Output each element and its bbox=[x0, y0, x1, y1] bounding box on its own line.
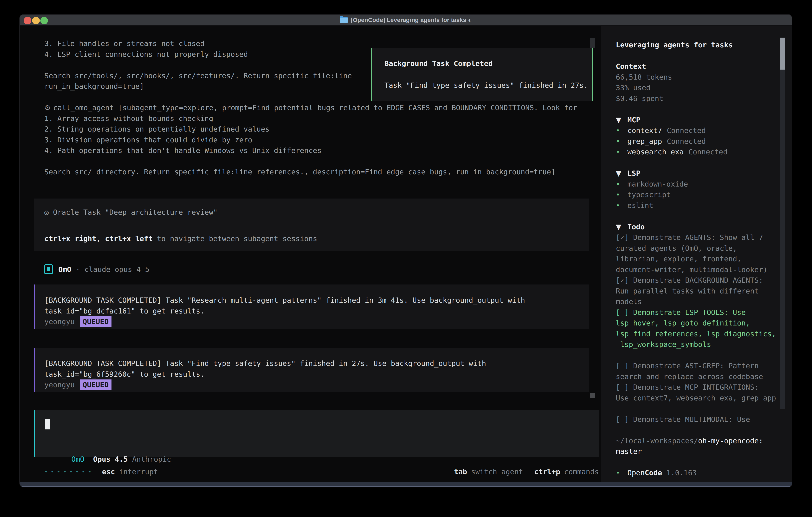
todo-done-line: [✓] Demonstrate AGENTS: Show all 7 bbox=[616, 232, 785, 243]
transcript-line: Search src/ directory. Return specific f… bbox=[45, 166, 577, 177]
title-bar[interactable]: [OpenCode] Leveraging agents for tasks ◐ bbox=[20, 15, 792, 26]
mcp-item: •context7Connected bbox=[616, 125, 785, 136]
oracle-task-box: ◎ Oracle Task "Deep architecture review"… bbox=[34, 198, 589, 251]
chevron-down-icon: ▼ bbox=[616, 114, 628, 125]
status-dot-icon: • bbox=[616, 125, 628, 136]
folder-icon bbox=[340, 17, 348, 23]
agent-name: OmO bbox=[58, 265, 71, 273]
blank-line bbox=[616, 403, 785, 414]
mcp-name: websearch_exa bbox=[628, 148, 684, 156]
main-scrollbar-thumb[interactable] bbox=[590, 38, 594, 48]
ctrlp-key-label: commands bbox=[564, 468, 599, 476]
agent-header: OmO · claude-opus-4-5 bbox=[45, 264, 149, 275]
todo-pending-line: search and replace across codebase bbox=[616, 371, 785, 382]
ctrlp-key-hint: ctrl+p bbox=[534, 468, 560, 476]
context-used: 33% used bbox=[616, 82, 785, 93]
todo-done-line: librarian, explore, frontend, bbox=[616, 253, 785, 264]
text-cursor bbox=[46, 419, 50, 430]
separator-dot: · bbox=[76, 265, 80, 273]
todo-active-line: lsp_find_references, lsp_diagnostics, bbox=[616, 328, 785, 339]
close-button[interactable] bbox=[24, 17, 31, 24]
blank-line bbox=[45, 156, 577, 167]
status-bar-right: tab switch agent ctrl+p commands bbox=[454, 468, 599, 476]
context-tokens: 66,518 tokens bbox=[616, 72, 785, 83]
app-name-bold: Code bbox=[645, 469, 662, 477]
app-version: 1.0.163 bbox=[662, 469, 697, 477]
mcp-name: grep_app bbox=[628, 137, 662, 145]
blank-line bbox=[616, 457, 785, 468]
tool-call-text: call_omo_agent [subagent_type=explore, p… bbox=[53, 104, 577, 112]
blank-line bbox=[616, 211, 785, 221]
activity-dots-icon: •••••••• bbox=[45, 468, 94, 475]
status-dot-icon: • bbox=[616, 467, 628, 478]
main-scrollbar-thumb[interactable] bbox=[590, 393, 594, 398]
zoom-button[interactable] bbox=[40, 17, 48, 24]
blank-line bbox=[616, 157, 785, 168]
lsp-heading: LSP bbox=[628, 169, 640, 177]
blank-line bbox=[616, 104, 785, 114]
workspace-branch: master bbox=[616, 446, 785, 457]
task-message-line: task_id="bg_6f59260c" to get results. bbox=[45, 369, 589, 380]
todo-active-line: lsp_workspace_symbols bbox=[616, 339, 785, 350]
chevron-down-icon: ▼ bbox=[616, 221, 628, 232]
status-badge: QUEUED bbox=[80, 379, 112, 390]
mcp-name: context7 bbox=[628, 126, 662, 135]
lsp-name: eslint bbox=[628, 201, 654, 210]
todo-active-line: [ ] Demonstrate LSP TOOLS: Use bbox=[616, 307, 785, 318]
model-provider: Anthropic bbox=[132, 455, 171, 463]
status-dot-icon: • bbox=[616, 136, 628, 147]
task-message-line: task_id="bg_dcfac161" to get results. bbox=[45, 306, 589, 317]
background-task-notification[interactable]: Background Task Completed Task "Find typ… bbox=[371, 48, 593, 101]
transcript-line: 3. Division operations that could divide… bbox=[45, 135, 577, 145]
notification-body: Task "Find type safety issues" finished … bbox=[384, 80, 592, 91]
lsp-item: •eslint bbox=[616, 200, 785, 211]
todo-done-line: Run parallel tasks with different bbox=[616, 286, 785, 297]
mcp-section-header[interactable]: ▼MCP bbox=[616, 114, 785, 125]
todo-heading: Todo bbox=[628, 223, 645, 231]
status-dot-icon: • bbox=[616, 179, 628, 190]
transcript-line: 4. Path operations that don't handle Win… bbox=[45, 145, 577, 156]
status-badge: QUEUED bbox=[80, 316, 112, 327]
mcp-status: Connected bbox=[689, 148, 727, 156]
mcp-heading: MCP bbox=[628, 116, 640, 124]
minimize-button[interactable] bbox=[32, 17, 40, 24]
status-dot-icon: • bbox=[616, 146, 628, 157]
window-bottom-edge bbox=[20, 482, 792, 487]
status-dot-icon: • bbox=[616, 200, 628, 211]
lsp-section-header[interactable]: ▼LSP bbox=[616, 168, 785, 179]
task-message-line: [BACKGROUND TASK COMPLETED] Task "Resear… bbox=[45, 295, 589, 306]
status-bar: •••••••• esc interrupt tab switch agent … bbox=[45, 466, 599, 477]
notification-title: Background Task Completed bbox=[384, 58, 592, 69]
sidebar-scrollbar-track[interactable] bbox=[780, 70, 785, 409]
tab-key-label: switch agent bbox=[471, 468, 523, 476]
lsp-item: •typescript bbox=[616, 189, 785, 200]
prompt-input[interactable]: OmOOpus 4.5Anthropic bbox=[34, 410, 599, 457]
blank-line bbox=[616, 425, 785, 435]
sidebar-scrollbar-thumb[interactable] bbox=[780, 37, 785, 70]
workspace-path: ~/local-workspaces/oh-my-opencode: bbox=[616, 435, 785, 446]
terminal-window: [OpenCode] Leveraging agents for tasks ◐… bbox=[20, 15, 792, 487]
tab-key-hint: tab bbox=[454, 468, 467, 476]
esc-key-hint: esc bbox=[102, 468, 115, 476]
active-agent-name: OmO bbox=[71, 455, 84, 463]
spacer bbox=[45, 218, 589, 233]
mcp-item: •grep_appConnected bbox=[616, 136, 785, 147]
blank-line bbox=[616, 350, 785, 361]
lsp-name: typescript bbox=[628, 191, 671, 199]
model-version: Opus 4.5 bbox=[93, 455, 128, 463]
todo-done-line: models bbox=[616, 296, 785, 307]
mcp-status: Connected bbox=[667, 126, 706, 135]
opencode-version-line: •OpenCode 1.0.163 bbox=[616, 467, 785, 478]
tool-call-line: ⚙call_omo_agent [subagent_type=explore, … bbox=[45, 102, 577, 113]
context-spent: $0.46 spent bbox=[616, 93, 785, 104]
oracle-hint-text: to navigate between subagent sessions bbox=[153, 235, 317, 243]
chevron-down-icon: ▼ bbox=[616, 168, 628, 179]
status-dot-icon: • bbox=[616, 189, 628, 200]
workspace-path-prefix: ~/local-workspaces/ bbox=[616, 437, 698, 445]
todo-section-header[interactable]: ▼Todo bbox=[616, 221, 785, 232]
task-author: yeongyu bbox=[45, 381, 75, 389]
agent-model: claude-opus-4-5 bbox=[85, 265, 149, 273]
session-sidebar: Leveraging agents for tasks Context 66,5… bbox=[601, 26, 792, 483]
todo-pending-line: [ ] Demonstrate MULTIMODAL: Use bbox=[616, 414, 785, 425]
todo-done-line: document-writer, multimodal-looker) bbox=[616, 264, 785, 275]
